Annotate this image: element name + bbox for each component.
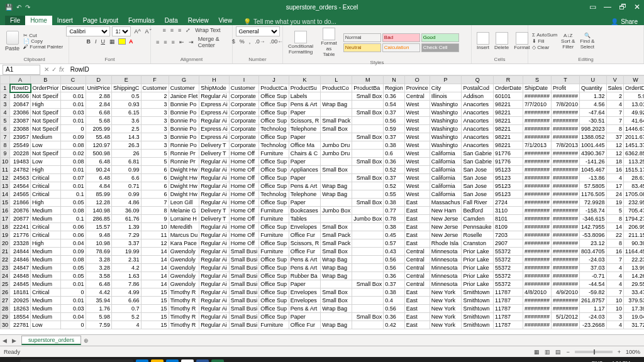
cell[interactable]: 0.01	[60, 101, 86, 109]
share-button[interactable]: 👤 Share	[611, 18, 638, 25]
cell[interactable]: Regular Ai	[199, 272, 230, 280]
cell[interactable]: Wrap Bag	[321, 101, 352, 109]
cell[interactable]: Envelopes	[289, 288, 321, 297]
cell[interactable]: Corporate	[229, 141, 259, 150]
cell[interactable]: ########	[552, 166, 580, 174]
cell[interactable]: 14	[141, 264, 169, 272]
cell[interactable]: West	[404, 158, 430, 166]
cell[interactable]: Office Ma	[289, 141, 321, 150]
cell[interactable]: Regular Ai	[199, 313, 230, 321]
cell[interactable]: 6	[141, 174, 169, 182]
cell[interactable]: 25549	[10, 141, 31, 150]
cell[interactable]: 0.38	[384, 288, 405, 297]
column-header[interactable]: O	[404, 76, 430, 84]
cell[interactable]: Region	[384, 84, 405, 92]
cell[interactable]: 0.37	[384, 174, 405, 182]
cell[interactable]: 3	[141, 125, 169, 133]
cell[interactable]: 1164.45	[624, 248, 644, 256]
row-header[interactable]: 18	[1, 223, 10, 231]
cell[interactable]: Regular Ai	[199, 182, 230, 190]
cell[interactable]: Corporate	[229, 117, 259, 125]
cell[interactable]: Ronnie Pr	[169, 150, 199, 158]
cell[interactable]: 95123	[493, 182, 523, 190]
cell[interactable]: 15	[141, 305, 169, 313]
cell[interactable]: Regular Ai	[199, 248, 230, 256]
cell[interactable]: San Jose	[462, 190, 494, 199]
cell[interactable]: San Jose	[462, 174, 494, 182]
decrease-indent-button[interactable]: ⇤	[178, 38, 186, 46]
cell[interactable]: Minnesota	[430, 272, 462, 280]
cell[interactable]: Express Ai	[199, 109, 230, 117]
cell[interactable]: 7203	[493, 231, 523, 239]
cell[interactable]: 18181	[10, 288, 31, 297]
cell[interactable]: Bonnie Po	[169, 109, 199, 117]
cell[interactable]: 0.6	[384, 150, 405, 158]
cell[interactable]: 8109	[493, 223, 523, 231]
enter-formula-icon[interactable]: ✓	[52, 66, 57, 73]
cell[interactable]	[352, 150, 384, 158]
cell[interactable]: 5.9	[624, 92, 644, 101]
cell[interactable]: Sales	[606, 84, 624, 92]
cell[interactable]: 0.07	[60, 174, 86, 182]
cell[interactable]: 98221	[493, 117, 523, 125]
cell[interactable]: Small Box	[352, 158, 384, 166]
bold-button[interactable]: B	[85, 38, 92, 45]
cell[interactable]: -141.26	[580, 158, 607, 166]
cell[interactable]: Home Off	[229, 239, 259, 248]
cell[interactable]: Labels	[289, 92, 321, 101]
cell[interactable]: Medium	[31, 133, 61, 141]
cell[interactable]: 0.05	[60, 272, 86, 280]
cell[interactable]: 37	[606, 133, 624, 141]
cell[interactable]: Small Box	[321, 288, 352, 297]
cell[interactable]: California	[430, 190, 462, 199]
cell[interactable]: Office Sup	[259, 297, 289, 305]
cell[interactable]: 113.25	[624, 158, 644, 166]
cell[interactable]: Home Off	[229, 231, 259, 239]
cell[interactable]: 55372	[493, 248, 523, 256]
cell[interactable]: ########	[523, 321, 551, 329]
column-header[interactable]: I	[229, 76, 259, 84]
cell[interactable]: Critical	[31, 182, 61, 190]
cell[interactable]: 10	[606, 297, 624, 305]
cell[interactable]: Timothy R	[169, 297, 199, 305]
cell[interactable]	[321, 174, 352, 182]
cell[interactable]: Province	[404, 84, 430, 92]
cell[interactable]: Office Sup	[259, 158, 289, 166]
cell[interactable]: ########	[552, 231, 580, 239]
cell[interactable]: Regular Ai	[199, 223, 230, 231]
cell[interactable]: 0	[60, 288, 86, 297]
cell[interactable]: ########	[552, 109, 580, 117]
cell[interactable]: ########	[523, 125, 551, 133]
cell[interactable]: 91776	[493, 158, 523, 166]
normal-view-icon[interactable]: ▦	[534, 349, 540, 355]
cell[interactable]: 14.26	[624, 272, 644, 280]
cell[interactable]: 16	[606, 166, 624, 174]
cell[interactable]: ########	[523, 223, 551, 231]
row-header[interactable]: 21	[1, 248, 10, 256]
cell[interactable]: 78.69	[86, 248, 112, 256]
cell[interactable]: Regular Ai	[199, 158, 230, 166]
cell[interactable]: 24844	[10, 248, 31, 256]
cell[interactable]: Critical	[31, 288, 61, 297]
cell[interactable]: 20876	[10, 207, 31, 215]
cell[interactable]: West	[404, 141, 430, 150]
cell[interactable]: Technolog	[259, 125, 289, 133]
cell[interactable]: Delivery T	[199, 207, 230, 215]
cell[interactable]: 15	[141, 321, 169, 329]
cell[interactable]: Office Sup	[259, 256, 289, 264]
cell[interactable]: 22241	[10, 223, 31, 231]
cell[interactable]: Office Sup	[259, 166, 289, 174]
cell[interactable]: Delivery T	[199, 215, 230, 223]
cell[interactable]: Washingto	[430, 117, 462, 125]
currency-button[interactable]: $	[231, 38, 236, 45]
cell[interactable]: 2.84	[86, 101, 112, 109]
tab-data[interactable]: Data	[160, 16, 183, 25]
cell[interactable]: Pens & Art	[289, 101, 321, 109]
column-header[interactable]: B	[31, 76, 61, 84]
cell[interactable]: 0.99	[112, 190, 142, 199]
cell[interactable]: 0.5	[112, 92, 142, 101]
cell[interactable]: 3	[141, 101, 169, 109]
cell[interactable]: Small Box	[321, 166, 352, 174]
cell[interactable]: Office Sup	[259, 288, 289, 297]
cell[interactable]: Anacortes	[462, 101, 494, 109]
